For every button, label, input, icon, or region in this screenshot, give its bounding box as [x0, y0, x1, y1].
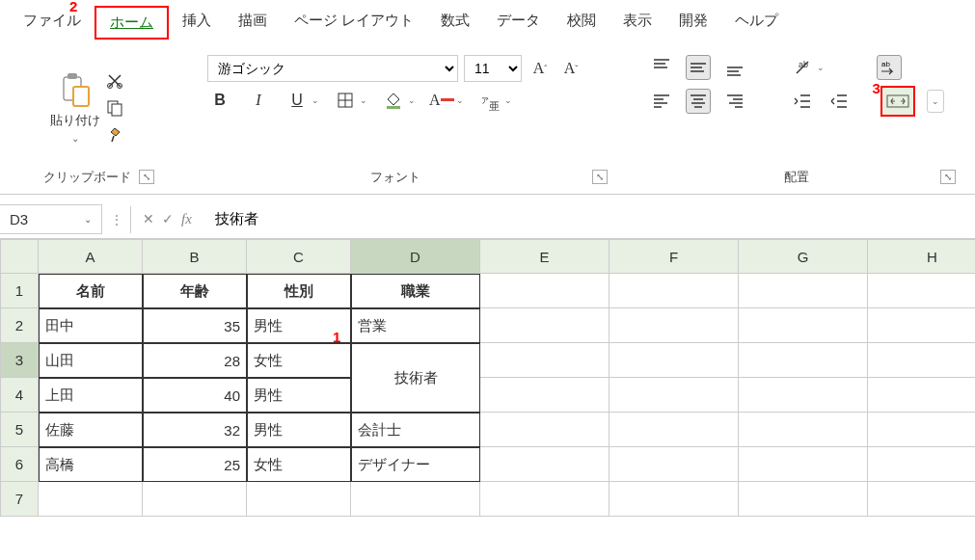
merge-center-icon[interactable]	[880, 86, 915, 117]
underline-dropdown[interactable]: ⌄	[311, 95, 319, 105]
align-left-icon[interactable]	[649, 89, 674, 114]
cell-B3[interactable]: 28	[143, 343, 247, 378]
cell-B7[interactable]	[143, 482, 247, 517]
increase-indent-icon[interactable]	[826, 89, 852, 114]
row-7[interactable]: 7	[0, 482, 39, 517]
select-all-corner[interactable]	[0, 239, 39, 274]
cell-H6[interactable]	[868, 447, 975, 482]
merge-center-dropdown[interactable]: ⌄	[927, 90, 944, 113]
cell-H1[interactable]	[868, 274, 975, 308]
font-dialog-launcher[interactable]: ⤡	[592, 170, 608, 184]
menu-review[interactable]: 校閲	[554, 6, 609, 40]
cell-A6[interactable]: 高橋	[39, 447, 143, 482]
formula-input[interactable]	[203, 205, 975, 233]
underline-icon[interactable]: U	[284, 88, 310, 113]
cell-G5[interactable]	[739, 413, 868, 447]
borders-dropdown[interactable]: ⌄	[360, 95, 367, 105]
row-4[interactable]: 4	[0, 378, 39, 413]
col-C[interactable]: C	[247, 239, 351, 274]
cell-E1[interactable]	[480, 274, 609, 308]
cell-G1[interactable]	[739, 274, 868, 308]
row-1[interactable]: 1	[0, 274, 39, 308]
paste-dropdown[interactable]: ⌄	[71, 133, 79, 144]
cell-B4[interactable]: 40	[143, 378, 247, 413]
menu-developer[interactable]: 開発	[665, 6, 721, 40]
cell-F3[interactable]	[609, 343, 739, 378]
bold-icon[interactable]: B	[207, 88, 232, 113]
cell-F6[interactable]	[609, 447, 739, 482]
menu-help[interactable]: ヘルプ	[721, 6, 792, 40]
menu-insert[interactable]: 挿入	[169, 6, 225, 40]
cell-H5[interactable]	[868, 413, 975, 447]
cell-F4[interactable]	[609, 378, 739, 413]
cancel-icon[interactable]: ✕	[143, 211, 154, 227]
phonetic-dropdown[interactable]: ⌄	[504, 95, 512, 105]
menu-data[interactable]: データ	[483, 6, 554, 40]
cell-B6[interactable]: 25	[143, 447, 247, 482]
cell-C6[interactable]: 女性	[247, 447, 351, 482]
cell-C4[interactable]: 男性	[247, 378, 351, 413]
col-F[interactable]: F	[609, 239, 739, 274]
cell-A3[interactable]: 山田	[39, 343, 143, 378]
cell-E7[interactable]	[480, 482, 609, 517]
col-G[interactable]: G	[739, 239, 868, 274]
font-size-select[interactable]: 11	[464, 55, 522, 82]
align-bottom-icon[interactable]	[722, 55, 747, 80]
cell-G4[interactable]	[739, 378, 868, 413]
fill-color-dropdown[interactable]: ⌄	[408, 95, 416, 105]
cell-E3[interactable]	[480, 343, 609, 378]
fx-icon[interactable]: fx	[181, 211, 192, 227]
cell-F2[interactable]	[609, 308, 739, 343]
row-5[interactable]: 5	[0, 413, 39, 447]
cell-D5[interactable]: 会計士	[351, 413, 480, 447]
cell-A4[interactable]: 上田	[39, 378, 143, 413]
decrease-font-icon[interactable]: Aˇ	[558, 56, 583, 81]
cell-D1[interactable]: 職業	[351, 274, 480, 308]
name-box-dropdown[interactable]: ⋮	[102, 206, 131, 233]
cell-F7[interactable]	[609, 482, 739, 517]
clipboard-dialog-launcher[interactable]: ⤡	[139, 170, 154, 184]
cell-B1[interactable]: 年齢	[143, 274, 247, 308]
row-3[interactable]: 3	[0, 343, 39, 378]
wrap-text-icon[interactable]: ab	[877, 55, 902, 80]
cut-icon[interactable]	[106, 72, 123, 90]
cell-G3[interactable]	[739, 343, 868, 378]
menu-home[interactable]: ホーム	[95, 6, 169, 40]
cell-A7[interactable]	[39, 482, 143, 517]
italic-icon[interactable]: I	[246, 88, 271, 113]
menu-file[interactable]: ファイル	[10, 6, 95, 40]
orientation-icon[interactable]: ab	[790, 55, 815, 80]
format-painter-icon[interactable]	[106, 126, 123, 144]
copy-icon[interactable]	[106, 99, 123, 117]
borders-icon[interactable]	[333, 88, 358, 113]
cell-C7[interactable]	[247, 482, 351, 517]
row-6[interactable]: 6	[0, 447, 39, 482]
cell-D6[interactable]: デザイナー	[351, 447, 480, 482]
menu-formulas[interactable]: 数式	[427, 6, 483, 40]
cell-H2[interactable]	[868, 308, 975, 343]
cell-E4[interactable]	[480, 378, 609, 413]
paste-label[interactable]: 貼り付け	[50, 112, 100, 129]
cell-B5[interactable]: 32	[143, 413, 247, 447]
menu-draw[interactable]: 描画	[225, 6, 281, 40]
cell-E2[interactable]	[480, 308, 609, 343]
cell-D2[interactable]: 営業	[351, 308, 480, 343]
cell-H4[interactable]	[868, 378, 975, 413]
cell-F5[interactable]	[609, 413, 739, 447]
col-H[interactable]: H	[868, 239, 975, 274]
col-B[interactable]: B	[143, 239, 247, 274]
cell-G6[interactable]	[739, 447, 868, 482]
align-middle-icon[interactable]	[686, 55, 711, 80]
cell-A5[interactable]: 佐藤	[39, 413, 143, 447]
cell-A1[interactable]: 名前	[39, 274, 143, 308]
orientation-dropdown[interactable]: ⌄	[817, 63, 825, 72]
cell-C3[interactable]: 女性	[247, 343, 351, 378]
col-E[interactable]: E	[480, 239, 609, 274]
cell-B2[interactable]: 35	[143, 308, 247, 343]
align-top-icon[interactable]	[649, 55, 674, 80]
cell-A2[interactable]: 田中	[39, 308, 143, 343]
cell-H7[interactable]	[868, 482, 975, 517]
phonetic-icon[interactable]: ア亜	[477, 88, 502, 113]
cell-D3-D4-merged[interactable]: 1技術者	[351, 343, 480, 413]
font-color-icon[interactable]: A	[429, 88, 454, 113]
